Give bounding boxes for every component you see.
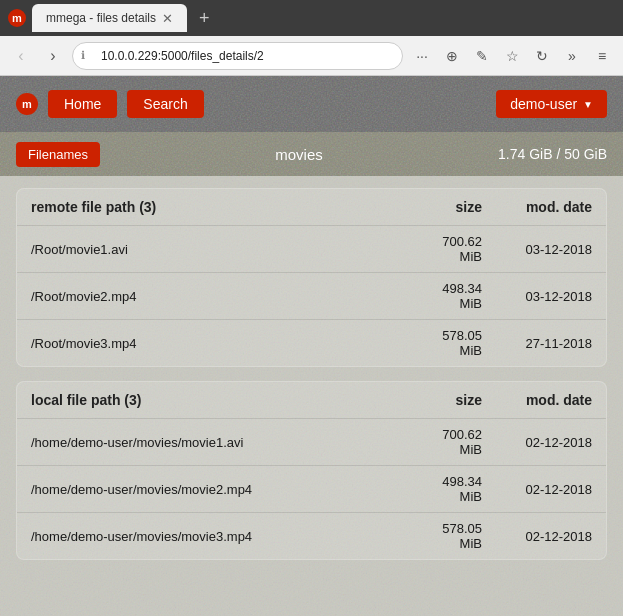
local-path-header: local file path (3) xyxy=(17,382,406,419)
app-logo: m xyxy=(16,93,38,115)
filenames-button[interactable]: Filenames xyxy=(16,142,100,167)
back-button[interactable]: ‹ xyxy=(8,43,34,69)
remote-file-size: 578.05 MiB xyxy=(406,320,496,367)
remote-file-table: remote file path (3) size mod. date /Roo… xyxy=(17,189,606,366)
local-file-date: 02-12-2018 xyxy=(496,513,606,560)
remote-file-date: 03-12-2018 xyxy=(496,226,606,273)
remote-file-table-container: remote file path (3) size mod. date /Roo… xyxy=(16,188,607,367)
main-content: remote file path (3) size mod. date /Roo… xyxy=(0,176,623,616)
app-header: m Home Search demo-user ▼ xyxy=(0,76,623,132)
url-text: 10.0.0.229:5000/files_details/2 xyxy=(101,49,264,63)
storage-info: 1.74 GiB / 50 GiB xyxy=(498,146,607,162)
local-table-row: /home/demo-user/movies/movie1.avi 700.62… xyxy=(17,419,606,466)
browser-favicon: m xyxy=(8,9,26,27)
menu-button[interactable]: ≡ xyxy=(589,43,615,69)
remote-table-body: /Root/movie1.avi 700.62 MiB 03-12-2018 /… xyxy=(17,226,606,367)
sub-header: Filenames movies 1.74 GiB / 50 GiB xyxy=(0,132,623,176)
remote-file-path: /Root/movie2.mp4 xyxy=(17,273,406,320)
new-tab-icon[interactable]: + xyxy=(193,8,216,29)
local-file-table-container: local file path (3) size mod. date /home… xyxy=(16,381,607,560)
address-bar[interactable]: ℹ 10.0.0.229:5000/files_details/2 xyxy=(72,42,403,70)
collection-title: movies xyxy=(116,146,482,163)
user-menu-button[interactable]: demo-user ▼ xyxy=(496,90,607,118)
tab-title: mmega - files details xyxy=(46,11,156,25)
browser-tab[interactable]: mmega - files details ✕ xyxy=(32,4,187,32)
remote-table-row: /Root/movie3.mp4 578.05 MiB 27-11-2018 xyxy=(17,320,606,367)
home-button[interactable]: Home xyxy=(48,90,117,118)
overflow-button[interactable]: » xyxy=(559,43,585,69)
refresh-button[interactable]: ↻ xyxy=(529,43,555,69)
search-button[interactable]: Search xyxy=(127,90,203,118)
local-file-date: 02-12-2018 xyxy=(496,466,606,513)
local-table-body: /home/demo-user/movies/movie1.avi 700.62… xyxy=(17,419,606,560)
remote-file-date: 03-12-2018 xyxy=(496,273,606,320)
forward-button[interactable]: › xyxy=(40,43,66,69)
remote-file-path: /Root/movie3.mp4 xyxy=(17,320,406,367)
local-table-row: /home/demo-user/movies/movie3.mp4 578.05… xyxy=(17,513,606,560)
local-table-row: /home/demo-user/movies/movie2.mp4 498.34… xyxy=(17,466,606,513)
remote-file-path: /Root/movie1.avi xyxy=(17,226,406,273)
remote-path-header: remote file path (3) xyxy=(17,189,406,226)
remote-size-header: size xyxy=(406,189,496,226)
local-file-path: /home/demo-user/movies/movie2.mp4 xyxy=(17,466,406,513)
user-caret-icon: ▼ xyxy=(583,99,593,110)
pocket-button[interactable]: ⊕ xyxy=(439,43,465,69)
local-table-header-row: local file path (3) size mod. date xyxy=(17,382,606,419)
local-file-path: /home/demo-user/movies/movie3.mp4 xyxy=(17,513,406,560)
info-icon: ℹ xyxy=(81,49,85,62)
local-file-path: /home/demo-user/movies/movie1.avi xyxy=(17,419,406,466)
user-name: demo-user xyxy=(510,96,577,112)
remote-date-header: mod. date xyxy=(496,189,606,226)
remote-file-date: 27-11-2018 xyxy=(496,320,606,367)
local-size-header: size xyxy=(406,382,496,419)
browser-titlebar: m mmega - files details ✕ + xyxy=(0,0,623,36)
browser-toolbar: ‹ › ℹ 10.0.0.229:5000/files_details/2 ··… xyxy=(0,36,623,76)
local-file-size: 498.34 MiB xyxy=(406,466,496,513)
remote-table-header-row: remote file path (3) size mod. date xyxy=(17,189,606,226)
bookmark-button[interactable]: ☆ xyxy=(499,43,525,69)
local-file-table: local file path (3) size mod. date /home… xyxy=(17,382,606,559)
local-file-size: 578.05 MiB xyxy=(406,513,496,560)
toolbar-actions: ··· ⊕ ✎ ☆ ↻ » ≡ xyxy=(409,43,615,69)
local-file-date: 02-12-2018 xyxy=(496,419,606,466)
edit-button[interactable]: ✎ xyxy=(469,43,495,69)
remote-file-size: 700.62 MiB xyxy=(406,226,496,273)
remote-file-size: 498.34 MiB xyxy=(406,273,496,320)
remote-table-row: /Root/movie2.mp4 498.34 MiB 03-12-2018 xyxy=(17,273,606,320)
local-date-header: mod. date xyxy=(496,382,606,419)
more-button[interactable]: ··· xyxy=(409,43,435,69)
remote-table-row: /Root/movie1.avi 700.62 MiB 03-12-2018 xyxy=(17,226,606,273)
tab-close-icon[interactable]: ✕ xyxy=(162,11,173,26)
local-file-size: 700.62 MiB xyxy=(406,419,496,466)
